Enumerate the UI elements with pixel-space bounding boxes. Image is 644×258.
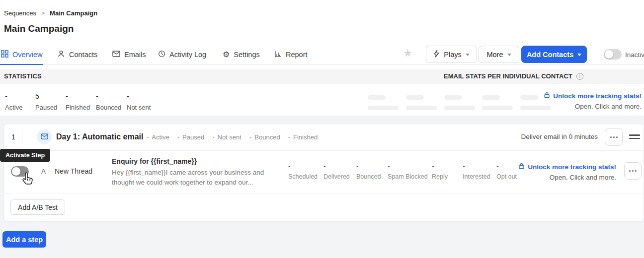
step-status-summary: -Active -Paused -Not sent -Bounced -Fini… [147, 124, 318, 150]
breadcrumb-separator: > [41, 10, 45, 17]
unlock-stats-subtext: Open, Click and more. [518, 174, 616, 181]
stat-label: Finished [66, 104, 90, 111]
stat-label: Paused [35, 104, 57, 111]
statistics-heading: STATISTICS [4, 72, 42, 80]
tab-emails-label: Emails [124, 51, 146, 59]
stat-value: - [66, 92, 90, 100]
status-not-sent: -Not sent [212, 133, 242, 141]
campaign-active-toggle[interactable] [604, 49, 622, 60]
skeleton-placeholder [482, 106, 513, 110]
stat-finished: -Finished [66, 92, 90, 111]
status-bounced: -Bounced [249, 133, 280, 141]
status-paused: -Paused [177, 133, 204, 141]
skeleton-placeholder [368, 106, 399, 110]
tab-contacts[interactable]: Contacts [57, 45, 97, 64]
chevron-down-icon [507, 54, 511, 56]
variant-stat-reply: -Reply [432, 162, 448, 180]
stat-value: 5 [35, 92, 57, 100]
info-icon[interactable]: i [576, 73, 583, 80]
chevron-down-icon [466, 54, 470, 56]
lock-icon [518, 163, 525, 171]
variant-more-options-button[interactable] [624, 162, 642, 180]
variant-stat-bounced: -Bounced [356, 162, 381, 180]
chevron-down-icon [577, 54, 581, 56]
thread-name[interactable]: New Thread [55, 167, 92, 175]
skeleton-placeholder [520, 95, 538, 100]
step-header-divider [4, 150, 644, 151]
step-title: Day 1: Automatic email [56, 124, 143, 150]
envelope-icon [112, 51, 120, 59]
email-stats-heading-label: EMAIL STATS PER INDIVIDUAL CONTACT [444, 72, 572, 80]
stat-paused: 5Paused [35, 92, 57, 111]
unlock-stats-link-label: Unlock more tracking stats! [528, 163, 616, 171]
tab-activity-log[interactable]: Activity Log [158, 45, 206, 64]
email-step-badge [37, 129, 52, 144]
add-step-button[interactable]: Add a step [2, 231, 46, 248]
activate-step-tooltip: Activate Step [0, 149, 50, 162]
tab-report-label: Report [286, 51, 308, 59]
grid-icon [1, 50, 8, 59]
skeleton-placeholder [444, 95, 462, 100]
drag-handle-icon[interactable] [629, 134, 640, 141]
deliver-timing-text: Deliver email in 0 minutes [521, 124, 598, 150]
toggle-knob [605, 50, 613, 59]
history-clock-icon [158, 50, 165, 59]
breadcrumb: Sequences > Main Campaign [4, 9, 97, 17]
email-stats-heading: EMAIL STATS PER INDIVIDUAL CONTACT i [444, 72, 583, 80]
skeleton-placeholder [444, 106, 475, 110]
step-more-options-button[interactable] [605, 128, 623, 146]
unlock-stats-block: Unlock more tracking stats! Open, Click … [544, 91, 642, 110]
plays-button[interactable]: Plays [426, 46, 477, 63]
stat-label: Bounced [96, 104, 121, 111]
unlock-stats-link[interactable]: Unlock more tracking stats! [518, 163, 616, 171]
page-title: Main Campaign [4, 23, 74, 34]
variant-stat-interested: -Interested [463, 162, 490, 180]
email-subject[interactable]: Enquiry for {{first_name}} [112, 157, 197, 165]
breadcrumb-current: Main Campaign [50, 9, 97, 17]
tab-activity-log-label: Activity Log [169, 51, 206, 59]
stat-not-sent: -Not sent [127, 92, 151, 111]
stat-value: - [127, 92, 151, 100]
person-icon [57, 50, 65, 59]
tab-emails[interactable]: Emails [112, 45, 146, 64]
variant-stat-opt-out: -Opt out [496, 162, 517, 180]
stat-active: -Active [5, 92, 22, 111]
lock-icon [544, 92, 550, 100]
add-contacts-button-label: Add Contacts [527, 51, 573, 59]
skeleton-placeholder [406, 106, 437, 110]
variant-stat-delivered: -Delivered [323, 162, 350, 180]
campaign-overview-page: Sequences > Main Campaign Main Campaign … [0, 0, 644, 258]
cursor-pointer-icon [22, 172, 35, 189]
variant-stat-spam-blocked: -Spam Blocked [388, 162, 428, 180]
skeleton-placeholder [482, 95, 500, 100]
unlock-stats-link-label: Unlock more tracking stats! [553, 92, 642, 100]
add-contacts-button[interactable]: Add Contacts [521, 46, 587, 63]
breadcrumb-root-link[interactable]: Sequences [4, 9, 36, 17]
tab-contacts-label: Contacts [69, 51, 97, 59]
more-button[interactable]: More [479, 46, 519, 63]
skeleton-placeholder [406, 95, 424, 100]
step-index: 1 [9, 124, 18, 150]
variant-label: A [41, 168, 46, 175]
unlock-stats-link[interactable]: Unlock more tracking stats! [544, 92, 642, 100]
campaign-state-label: Inactive [625, 51, 644, 59]
status-finished: -Finished [288, 133, 318, 141]
tab-settings[interactable]: ⚙ Settings [223, 45, 260, 64]
unlock-stats-subtext: Open, Click and more. [544, 103, 642, 110]
stat-label: Active [5, 104, 22, 111]
tab-overview[interactable]: Overview [1, 45, 42, 64]
email-preview-text: Hey {{first_name}}I came across your bus… [112, 168, 276, 188]
bar-chart-icon [274, 50, 282, 59]
lightning-bolt-icon [433, 50, 440, 59]
stat-value: - [96, 92, 121, 100]
add-ab-test-button[interactable]: Add A/B Test [10, 199, 65, 215]
tab-overview-label: Overview [12, 51, 42, 59]
variant-stat-scheduled: -Scheduled [288, 162, 318, 180]
favorite-star-icon[interactable]: ★ [403, 48, 412, 58]
variant-row-divider [4, 194, 644, 194]
tab-report[interactable]: Report [274, 45, 308, 64]
stat-value: - [5, 92, 22, 100]
envelope-icon [41, 132, 48, 141]
skeleton-placeholder [368, 95, 386, 100]
stat-bounced: -Bounced [96, 92, 121, 111]
